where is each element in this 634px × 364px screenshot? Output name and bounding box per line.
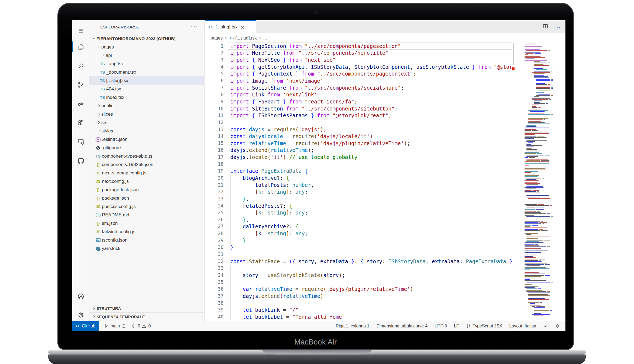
activity-account-icon[interactable] bbox=[72, 289, 89, 303]
tree-item-tailwind-config-js[interactable]: JStailwind.config.js bbox=[89, 227, 204, 236]
tree-item--gitignore[interactable]: .gitignore bbox=[89, 144, 204, 152]
code-line-36[interactable]: 36 var relativeTime = require('dayjs/plu… bbox=[205, 285, 524, 292]
tree-item--eslintrc-json[interactable]: .eslintrc.json bbox=[89, 135, 204, 144]
activity-settings-gear-icon[interactable] bbox=[72, 308, 89, 322]
status-item[interactable]: LF bbox=[454, 324, 459, 329]
close-icon[interactable]: × bbox=[241, 24, 244, 30]
code-line-24[interactable]: 24 relatedPosts?: { bbox=[205, 202, 524, 209]
code-editor[interactable]: 1import PageSection from "../src/compone… bbox=[205, 43, 524, 321]
tree-item-components-198268-json[interactable]: {}components.198268.json bbox=[89, 160, 204, 169]
remote-indicator[interactable]: GitHub bbox=[72, 321, 99, 331]
code-line-27[interactable]: 27 galleryArchive?: { bbox=[205, 223, 524, 230]
breadcrumb-item[interactable]: ... bbox=[263, 35, 267, 41]
code-line-30[interactable]: 30} bbox=[205, 244, 524, 251]
code-line-28[interactable]: 28 [k: string]: any; bbox=[205, 230, 524, 237]
code-line-5[interactable]: 5import { PageContext } from "../src/com… bbox=[205, 70, 524, 77]
status-item-feedback-icon[interactable] bbox=[543, 324, 548, 329]
activity-extensions-icon[interactable] bbox=[72, 116, 89, 130]
more-actions-icon[interactable]: ··· bbox=[554, 24, 561, 30]
tree-item-styles[interactable]: styles bbox=[89, 127, 204, 135]
activity-source-control-icon[interactable] bbox=[72, 78, 89, 92]
tree-item-api[interactable]: api bbox=[89, 51, 204, 60]
tree-item-sm-json[interactable]: {}sm.json bbox=[89, 219, 204, 227]
code-line-22[interactable]: 22 [k: string]: any; bbox=[205, 188, 524, 195]
tree-item-pages[interactable]: pages bbox=[89, 43, 204, 51]
code-line-18[interactable]: 18 bbox=[205, 161, 524, 168]
status-item-braces-icon[interactable]: TypeScript JSX bbox=[466, 324, 502, 329]
code-line-15[interactable]: 15const relativeTime = require('dayjs/pl… bbox=[205, 140, 524, 147]
minimap-slider[interactable] bbox=[513, 43, 514, 65]
code-line-21[interactable]: 21 totalPosts: number, bbox=[205, 181, 524, 188]
tree-item-component-types-sb-d-ts[interactable]: TScomponent-types-sb.d.ts bbox=[89, 152, 204, 160]
code-line-29[interactable]: 29 } bbox=[205, 237, 524, 244]
tree-item-next-config-js[interactable]: JSnext.config.js bbox=[89, 177, 204, 186]
code-line-37[interactable]: 37 dayjs.extend(relativeTime) bbox=[205, 292, 524, 300]
tree-item-index-tsx[interactable]: TSindex.tsx bbox=[89, 93, 204, 102]
activity-github-icon[interactable] bbox=[72, 154, 89, 168]
tree-item-slices[interactable]: slices bbox=[89, 110, 204, 118]
code-line-38[interactable]: 38 bbox=[205, 300, 524, 307]
code-line-10[interactable]: 10import SiteButton from "../src/compone… bbox=[205, 105, 524, 112]
tree-item-package-lock-json[interactable]: {}package-lock.json bbox=[89, 186, 204, 194]
code-line-39[interactable]: 39 let backLink = "/" bbox=[205, 306, 524, 313]
breadcrumb-item[interactable]: pages bbox=[211, 35, 223, 41]
tree-item-404-tsx[interactable]: TS404.tsx bbox=[89, 85, 204, 93]
status-item[interactable]: UTF-8 bbox=[435, 324, 447, 329]
code-line-2[interactable]: 2import HeroTitle from "../src/component… bbox=[205, 50, 524, 57]
minimap[interactable] bbox=[512, 43, 565, 321]
code-line-13[interactable]: 13const dayjs = require('dayjs'); bbox=[205, 126, 524, 133]
tree-item-yarn-lock[interactable]: yarn.lock bbox=[89, 244, 204, 253]
activity-search-icon[interactable] bbox=[72, 59, 89, 73]
section-sequenza-temporale[interactable]: SEQUENZA TEMPORALE bbox=[89, 312, 204, 321]
activity-explorer-icon[interactable] bbox=[72, 40, 89, 54]
code-line-35[interactable]: 35 bbox=[205, 279, 524, 286]
activity-run-debug-icon[interactable] bbox=[72, 97, 89, 111]
tree-item-next-sitemap-config-js[interactable]: JSnext-sitemap.config.js bbox=[89, 169, 204, 177]
activity-remote-explorer-icon[interactable] bbox=[72, 135, 89, 149]
code-line-12[interactable]: 12 bbox=[205, 119, 524, 126]
code-line-7[interactable]: 7import SocialShare from "../src/compone… bbox=[205, 84, 524, 91]
code-line-9[interactable]: 9import { FaHeart } from "react-icons/fa… bbox=[205, 98, 524, 105]
code-line-25[interactable]: 25 [k: string]: any; bbox=[205, 209, 524, 216]
tree-item-src[interactable]: src bbox=[89, 118, 204, 127]
tree-item-package-json[interactable]: {}package.json bbox=[89, 194, 204, 202]
status-item[interactable]: Layout: Italian bbox=[509, 324, 536, 329]
code-line-40[interactable]: 40 let backLabel = "Torna alla Home" bbox=[205, 313, 524, 320]
split-editor-icon[interactable] bbox=[542, 23, 549, 31]
more-actions-icon[interactable]: ··· bbox=[191, 23, 198, 30]
code-line-1[interactable]: 1import PageSection from "../src/compone… bbox=[205, 43, 524, 50]
breadcrumb-item[interactable]: [...slug].tsx bbox=[235, 35, 257, 41]
code-line-11[interactable]: 11import { ISbStoriesParams } from "@sto… bbox=[205, 112, 524, 119]
section-struttura[interactable]: STRUTTURA bbox=[89, 304, 204, 313]
code-line-14[interactable]: 14const dajysLocale = require('dayjs/loc… bbox=[205, 133, 524, 140]
code-line-26[interactable]: 26 }, bbox=[205, 216, 524, 223]
code-line-34[interactable]: 34 story = useStoryblokState(story); bbox=[205, 272, 524, 279]
code-line-3[interactable]: 3import { NextSeo } from "next-seo" bbox=[205, 56, 524, 63]
problems-indicator[interactable]: 0 0 bbox=[131, 324, 151, 329]
code-line-8[interactable]: 8import Link from 'next/link' bbox=[205, 91, 524, 98]
code-line-19[interactable]: 19interface PageExtraData { bbox=[205, 168, 524, 175]
branch-indicator[interactable]: main bbox=[104, 324, 127, 329]
tree-item-pierantonioromano-2023-github-[interactable]: PIERANTONIOROMANO-2023 [GITHUB] bbox=[89, 34, 204, 43]
tree-item-postcss-config-js[interactable]: JSpostcss.config.js bbox=[89, 202, 204, 211]
code-line-32[interactable]: 32const StaticPage = ({ story, extraData… bbox=[205, 258, 524, 265]
tree-item-tsconfig-json[interactable]: TStsconfig.json bbox=[89, 236, 204, 244]
code-line-20[interactable]: 20 blogArchive?: { bbox=[205, 174, 524, 181]
code-line-16[interactable]: 16dayjs.extend(relativeTime); bbox=[205, 147, 524, 154]
tab-slug-tsx[interactable]: TS [...slug].tsx × bbox=[205, 20, 256, 33]
status-item[interactable]: Dimensione tabulazione: 4 bbox=[376, 324, 428, 329]
status-item[interactable]: Riga 1, colonna 1 bbox=[336, 324, 370, 329]
code-line-33[interactable]: 33 bbox=[205, 265, 524, 272]
status-item-bell-icon[interactable] bbox=[555, 324, 560, 329]
tree-item-public[interactable]: public bbox=[89, 102, 204, 110]
code-line-23[interactable]: 23 }, bbox=[205, 195, 524, 202]
tree-item--slug-tsx[interactable]: TS[...slug].tsx bbox=[89, 76, 204, 85]
code-line-17[interactable]: 17dayjs.locale('it') // use locale globa… bbox=[205, 154, 524, 161]
code-line-4[interactable]: 4import { getStoryblokApi, ISbStoryData,… bbox=[205, 63, 524, 70]
code-line-6[interactable]: 6import Image from 'next/image' bbox=[205, 77, 524, 84]
tree-item-readme-md[interactable]: ⓘREADME.md bbox=[89, 211, 204, 219]
tree-item--document-tsx[interactable]: TS_document.tsx bbox=[89, 68, 204, 76]
activity-menu-icon[interactable] bbox=[72, 24, 89, 38]
tree-item--app-tsx[interactable]: TS_app.tsx bbox=[89, 60, 204, 68]
code-line-31[interactable]: 31 bbox=[205, 251, 524, 258]
